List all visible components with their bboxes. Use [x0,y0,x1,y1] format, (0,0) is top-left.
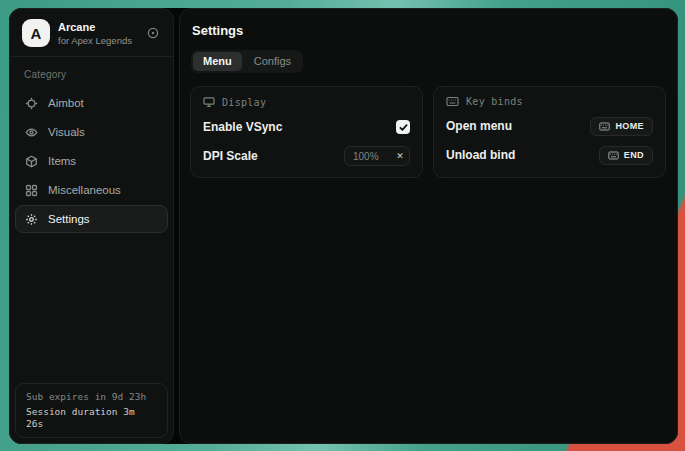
vsync-checkbox[interactable] [396,120,410,134]
session-duration-text: Session duration 3m 26s [26,406,157,429]
check-icon [399,123,408,132]
open-menu-keybind-button[interactable]: HOME [590,117,653,136]
display-card-title: Display [222,97,266,108]
sidebar-item-label: Aimbot [48,97,84,109]
app-window: A Arcane for Apex Legends Category [9,8,678,444]
keybinds-card-title: Key binds [466,96,523,107]
keybinds-card-header: Key binds [446,96,653,107]
brand-name: Arcane [58,21,132,33]
subscription-info-box: Sub expires in 9d 23h Session duration 3… [15,383,168,438]
disc-icon[interactable] [145,25,161,41]
sidebar-item-miscellaneous[interactable]: Miscellaneous [15,176,168,204]
sub-expires-text: Sub expires in 9d 23h [26,391,157,402]
main-panel: Settings Menu Configs Display [179,8,678,444]
sidebar-item-label: Settings [48,213,90,225]
category-label: Category [10,69,173,80]
sidebar-header: A Arcane for Apex Legends [10,9,173,56]
tab-configs[interactable]: Configs [244,52,301,71]
crosshair-icon [25,97,38,110]
dpi-scale-input[interactable]: 100% ✕ [344,146,410,166]
brand-subtitle: for Apex Legends [58,35,132,46]
vsync-label: Enable VSync [203,120,282,134]
keyboard-icon [446,96,459,107]
desktop-background: A Arcane for Apex Legends Category [0,0,685,451]
grid-icon [25,184,38,197]
sidebar-item-visuals[interactable]: Visuals [15,118,168,146]
sidebar-body: Category Aimbot [10,57,173,443]
sidebar-item-label: Miscellaneous [48,184,121,196]
x-icon[interactable]: ✕ [391,147,409,165]
keybinds-card: Key binds Open menu HOME [433,86,666,178]
open-menu-key: HOME [615,121,644,131]
unload-bind-label: Unload bind [446,148,515,162]
sidebar-nav: Aimbot Visuals [10,89,173,233]
vsync-row: Enable VSync [203,117,410,137]
unload-keybind-button[interactable]: END [599,146,653,165]
unload-bind-key: END [624,150,644,160]
settings-tabs: Menu Configs [191,50,303,73]
open-menu-label: Open menu [446,119,512,133]
display-card: Display Enable VSync [190,86,423,178]
monitor-icon [203,96,215,108]
dpi-row: DPI Scale 100% ✕ [203,146,410,166]
display-card-header: Display [203,96,410,108]
open-menu-row: Open menu HOME [446,116,653,136]
settings-cards: Display Enable VSync [190,86,666,178]
sidebar: A Arcane for Apex Legends Category [9,8,174,444]
sidebar-item-items[interactable]: Items [15,147,168,175]
unload-bind-row: Unload bind END [446,145,653,165]
keyboard-icon [608,151,619,160]
eye-icon [25,126,38,139]
brand-text: Arcane for Apex Legends [58,21,132,46]
sidebar-item-aimbot[interactable]: Aimbot [15,89,168,117]
page-title: Settings [192,23,666,38]
cube-icon [25,155,38,168]
sidebar-item-settings[interactable]: Settings [15,205,168,233]
gear-icon [25,213,38,226]
keyboard-icon [599,122,610,131]
tab-menu[interactable]: Menu [193,52,242,71]
dpi-label: DPI Scale [203,149,258,163]
sidebar-item-label: Visuals [48,126,85,138]
brand-logo: A [22,19,50,47]
sidebar-item-label: Items [48,155,76,167]
dpi-scale-value: 100% [345,151,379,162]
